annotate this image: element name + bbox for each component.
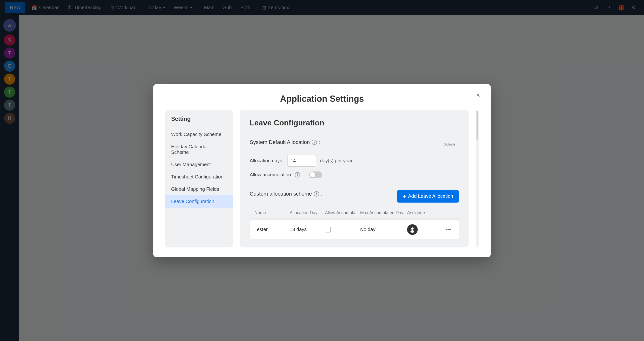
col-allow-accumulation: Allow Accumula... [325,210,360,215]
col-name: Name [254,210,290,215]
row-allocation-day: 13 days [290,227,325,232]
add-leave-allocation-button[interactable]: + Add Leave Allocation [397,190,459,203]
row-more-button[interactable]: ••• [442,225,454,234]
custom-allocation-info-icon[interactable]: i [314,191,319,197]
modal-close-button[interactable]: × [473,90,484,101]
col-assignee: Assignee [407,210,442,215]
avatar-icon [409,226,416,233]
scrollbar-thumb [476,111,478,140]
settings-sidebar: Setting Work Capacity Scheme Holiday Cal… [165,110,233,247]
svg-point-1 [411,227,414,230]
allow-accumulation-label: Allow accumulation [250,172,291,177]
row-max-accumulated: No day [360,227,407,232]
allow-accumulation-row: Allow accumulation i : [250,171,459,178]
system-default-title: System Default Allocation i : [250,139,320,145]
allow-accumulation-toggle[interactable] [309,171,322,178]
section-divider [250,133,459,133]
allow-accumulation-info-icon[interactable]: i [295,172,300,177]
svg-point-2 [410,230,414,233]
save-button[interactable]: Save [440,140,459,149]
modal-scrollbar[interactable] [476,110,479,247]
custom-allocation-title: Custom allocation scheme i : [250,191,322,197]
table-row: Tester 13 days No day [250,220,459,239]
sidebar-item-holiday-calendar[interactable]: Holiday Calendar Scheme [165,141,233,158]
custom-section-divider [250,184,459,184]
col-actions [442,210,454,215]
application-settings-modal: Application Settings × Setting Work Capa… [153,84,491,257]
modal-header: Application Settings × [153,84,491,110]
assignee-avatar [407,224,418,235]
row-allow-accumulation-checkbox[interactable] [325,227,360,232]
sidebar-item-work-capacity[interactable]: Work Capacity Scheme [165,128,233,141]
allocation-table-header: Name Allocation Day Allow Accumula... Ma… [250,207,459,218]
settings-content: Leave Configuration System Default Alloc… [240,110,468,247]
plus-icon: + [403,193,406,200]
allocation-days-row: Allocation days: day(s) per year [250,155,459,167]
modal-body: Setting Work Capacity Scheme Holiday Cal… [153,110,491,257]
settings-sidebar-title: Setting [165,116,233,126]
row-name: Tester [254,227,290,232]
sidebar-item-leave-config[interactable]: Leave Configuration [165,195,233,208]
row-assignee [407,224,442,235]
section-title: Leave Configuration [250,118,459,127]
modal-title: Application Settings [165,94,479,104]
allocation-days-suffix: day(s) per year [320,158,352,164]
allocation-days-input[interactable] [287,155,316,167]
custom-allocation-header: Custom allocation scheme i : + Add Leave… [250,190,459,203]
col-allocation-day: Allocation Day [290,210,325,215]
col-max-accumulated: Max Accumulated Day [360,210,407,215]
sidebar-item-user-management[interactable]: User Management [165,158,233,171]
modal-overlay: Application Settings × Setting Work Capa… [0,0,644,341]
sidebar-item-timesheet-config[interactable]: Timesheet Configuration [165,171,233,183]
allocation-days-label: Allocation days: [250,158,284,164]
system-default-header: System Default Allocation i : Save [250,139,459,150]
sidebar-item-global-mapping[interactable]: Global Mapping Fields [165,183,233,195]
system-default-info-icon[interactable]: i [312,140,317,145]
